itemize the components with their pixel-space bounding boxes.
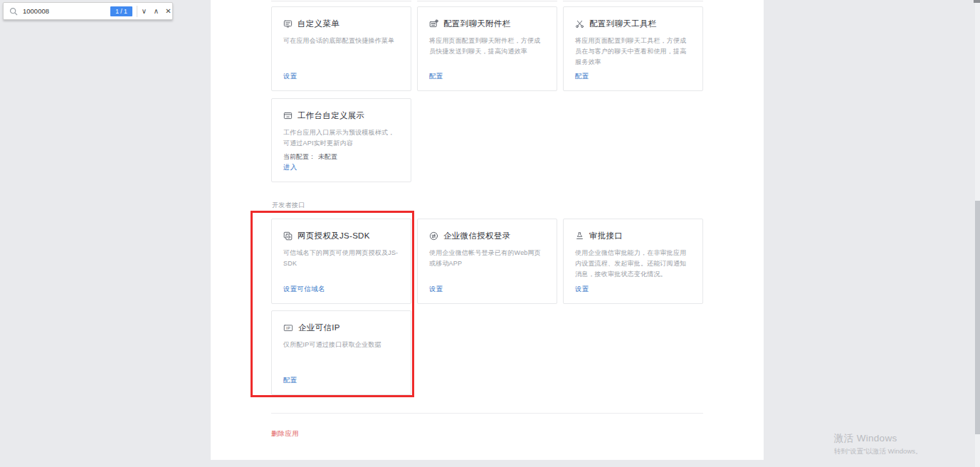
chat-toolbar-icon bbox=[575, 19, 584, 28]
card-oauth-login: 企业微信授权登录 使用企业微信帐号登录已有的Web网页或移动APP 设置 bbox=[417, 219, 557, 304]
card-chat-attachment-bar: 配置到聊天附件栏 将应用页面配置到聊天附件栏，方便成员快捷发送到聊天，提高沟通效… bbox=[417, 6, 557, 91]
card-desc: 工作台应用入口展示为预设模板样式，可通过API实时更新内容 bbox=[283, 127, 399, 149]
trusted-domain-settings-link[interactable]: 设置可信域名 bbox=[283, 285, 325, 294]
status-label: 当前配置： bbox=[283, 153, 315, 160]
card-title-text: 配置到聊天工具栏 bbox=[589, 19, 656, 29]
web-auth-jssdk-icon bbox=[283, 231, 293, 241]
trusted-ip-icon: IP bbox=[283, 323, 293, 332]
vertical-scrollbar[interactable] bbox=[975, 0, 980, 467]
card-title-text: 配置到聊天附件栏 bbox=[443, 19, 510, 29]
card-stub bbox=[271, 0, 411, 1]
approval-api-settings-link[interactable]: 设置 bbox=[575, 285, 589, 294]
status-value: 未配置 bbox=[318, 153, 337, 160]
card-desc: 将应用页面配置到聊天附件栏，方便成员快捷发送到聊天，提高沟通效率 bbox=[429, 36, 545, 57]
card-title-text: 工作台自定义展示 bbox=[297, 110, 364, 121]
oauth-login-icon bbox=[429, 231, 438, 241]
find-in-page-bar: 1 / 1 ∨ ∧ ✕ bbox=[3, 2, 173, 20]
card-chat-toolbar: 配置到聊天工具栏 将应用页面配置到聊天工具栏，方便成员在与客户的聊天中查看和使用… bbox=[563, 6, 703, 91]
card-stub bbox=[563, 0, 703, 1]
card-desc: 将应用页面配置到聊天工具栏，方便成员在与客户的聊天中查看和使用，提高服务效率 bbox=[575, 36, 691, 68]
find-bar-separator bbox=[137, 6, 137, 17]
chevron-up-icon: ∧ bbox=[154, 7, 159, 15]
card-workbench-display: 工作台自定义展示 工作台应用入口展示为预设模板样式，可通过API实时更新内容 当… bbox=[271, 98, 411, 182]
workbench-display-icon bbox=[283, 111, 293, 120]
card-title: 配置到聊天工具栏 bbox=[575, 19, 691, 29]
card-title: 自定义菜单 bbox=[283, 19, 399, 29]
card-title-text: 审批接口 bbox=[589, 231, 623, 241]
card-desc: 使用企业微信帐号登录已有的Web网页或移动APP bbox=[429, 248, 545, 269]
find-next-button[interactable]: ∨ bbox=[138, 3, 150, 19]
trusted-ip-config-link[interactable]: 配置 bbox=[283, 376, 297, 385]
find-previous-button[interactable]: ∧ bbox=[150, 3, 162, 19]
chat-attachment-bar-icon bbox=[429, 19, 438, 28]
card-stub bbox=[417, 0, 557, 1]
workbench-enter-link[interactable]: 进入 bbox=[283, 163, 297, 172]
search-icon bbox=[9, 7, 18, 16]
developer-api-section-label: 开发者接口 bbox=[272, 201, 305, 210]
card-title: 审批接口 bbox=[575, 231, 691, 241]
card-trusted-ip: IP 企业可信IP 仅所配IP可通过接口获取企业数据 配置 bbox=[271, 310, 411, 395]
card-desc: 可在应用会话的底部配置快捷操作菜单 bbox=[283, 36, 399, 46]
approval-api-icon bbox=[575, 231, 584, 241]
card-title: IP 企业可信IP bbox=[283, 322, 399, 333]
card-title-text: 企业微信授权登录 bbox=[443, 231, 510, 241]
chat-attachment-config-link[interactable]: 配置 bbox=[429, 72, 443, 81]
oauth-login-settings-link[interactable]: 设置 bbox=[429, 285, 443, 294]
card-desc: 可信域名下的网页可使用网页授权及JS-SDK bbox=[283, 248, 399, 269]
card-approval-api: 审批接口 使用企业微信审批能力，在非审批应用内设置流程、发起审批。还能订阅通知消… bbox=[563, 219, 703, 304]
delete-app-link[interactable]: 删除应用 bbox=[271, 429, 299, 439]
card-desc: 使用企业微信审批能力，在非审批应用内设置流程、发起审批。还能订阅通知消息，接收审… bbox=[575, 248, 691, 280]
chat-toolbar-config-link[interactable]: 配置 bbox=[575, 72, 589, 81]
custom-menu-icon bbox=[283, 19, 293, 28]
windows-activation-watermark: 激活 Windows 转到“设置”以激活 Windows。 bbox=[834, 432, 922, 456]
card-desc: 仅所配IP可通过接口获取企业数据 bbox=[283, 340, 399, 350]
svg-text:IP: IP bbox=[286, 326, 290, 330]
card-title-text: 自定义菜单 bbox=[297, 19, 339, 29]
footer-divider bbox=[271, 413, 703, 414]
chevron-down-icon: ∨ bbox=[142, 7, 147, 15]
card-title: 网页授权及JS-SDK bbox=[283, 231, 399, 241]
card-title-text: 网页授权及JS-SDK bbox=[297, 231, 370, 241]
card-web-auth-jssdk: 网页授权及JS-SDK 可信域名下的网页可使用网页授权及JS-SDK 设置可信域… bbox=[271, 219, 411, 304]
card-title: 企业微信授权登录 bbox=[429, 231, 545, 241]
card-title: 工作台自定义展示 bbox=[283, 110, 399, 121]
scrollbar-top-fragment bbox=[974, 0, 980, 3]
close-icon: ✕ bbox=[165, 7, 171, 15]
find-close-button[interactable]: ✕ bbox=[162, 3, 174, 19]
card-custom-menu: 自定义菜单 可在应用会话的底部配置快捷操作菜单 设置 bbox=[271, 6, 411, 91]
find-query-input[interactable] bbox=[23, 3, 105, 19]
watermark-subtitle: 转到“设置”以激活 Windows。 bbox=[834, 447, 922, 456]
app-detail-panel: 自定义菜单 可在应用会话的底部配置快捷操作菜单 设置 配置到聊天附件栏 将应用页… bbox=[211, 0, 764, 460]
custom-menu-settings-link[interactable]: 设置 bbox=[283, 72, 297, 81]
scrollbar-thumb[interactable] bbox=[975, 201, 980, 434]
match-count-badge: 1 / 1 bbox=[110, 6, 132, 16]
card-title-text: 企业可信IP bbox=[298, 322, 340, 333]
watermark-title: 激活 Windows bbox=[834, 432, 922, 445]
card-title: 配置到聊天附件栏 bbox=[429, 19, 545, 29]
current-config-status: 当前配置：未配置 bbox=[283, 152, 399, 162]
